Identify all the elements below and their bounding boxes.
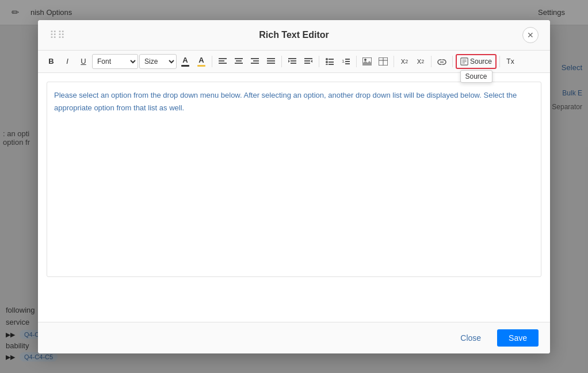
bold-button[interactable]: B (44, 54, 59, 69)
source-label: Source (470, 57, 492, 66)
link-icon (437, 58, 446, 65)
editor-toolbar: B I U Font Size A (38, 51, 550, 73)
source-tooltip: Source (460, 70, 492, 83)
toolbar-divider-3 (319, 56, 319, 67)
svg-rect-2 (219, 63, 227, 64)
clear-format-button[interactable]: Tx (503, 54, 518, 69)
svg-rect-10 (267, 60, 275, 61)
toolbar-divider-4 (356, 56, 357, 67)
modal-title: Rich Text Editor (66, 30, 522, 40)
font-color-button[interactable]: A (178, 54, 193, 69)
size-select[interactable]: Size (139, 54, 177, 69)
editor-content[interactable]: Please select an option from the drop do… (47, 82, 541, 277)
indent-increase-button[interactable] (285, 54, 300, 69)
align-justify-button[interactable] (264, 54, 278, 69)
align-left-button[interactable] (215, 54, 230, 69)
toolbar-divider-5 (394, 56, 394, 67)
svg-rect-3 (235, 58, 243, 59)
modal-close-button[interactable]: ✕ (522, 27, 539, 43)
font-select[interactable]: Font (92, 54, 138, 69)
svg-rect-16 (304, 58, 312, 59)
highlight-color-button[interactable]: A (194, 54, 209, 69)
svg-point-24 (326, 64, 328, 65)
svg-text:1.: 1. (342, 59, 346, 64)
align-right-button[interactable] (247, 54, 262, 69)
close-button[interactable]: Close (450, 329, 491, 347)
insert-link-button[interactable] (434, 54, 449, 69)
drag-handle-icon[interactable]: ⠿⠿ (49, 29, 66, 41)
source-button[interactable]: Source (456, 54, 497, 69)
svg-rect-25 (329, 64, 334, 65)
svg-rect-1 (219, 60, 224, 61)
svg-rect-17 (304, 60, 310, 61)
toolbar-divider-8 (499, 56, 500, 67)
svg-rect-6 (251, 58, 259, 59)
modal-header: ⠿⠿ Rich Text Editor ✕ (38, 20, 550, 51)
save-button[interactable]: Save (497, 329, 539, 347)
svg-rect-21 (329, 59, 334, 60)
toolbar-divider-7 (452, 56, 453, 67)
svg-marker-32 (362, 61, 372, 66)
svg-marker-15 (288, 60, 290, 63)
italic-button[interactable]: I (60, 54, 75, 69)
align-right-icon (251, 58, 259, 65)
svg-rect-4 (236, 60, 242, 61)
toolbar-divider-1 (212, 56, 212, 67)
insert-image-icon (362, 57, 372, 66)
superscript-button[interactable]: X2 (413, 54, 428, 69)
highlight-color-bar (197, 65, 205, 67)
unordered-list-button[interactable] (322, 54, 337, 69)
ordered-list-button[interactable]: 1. (338, 54, 353, 69)
svg-rect-0 (219, 58, 227, 59)
align-left-icon (219, 58, 227, 65)
insert-table-button[interactable] (376, 54, 391, 69)
svg-rect-8 (251, 63, 259, 64)
svg-rect-11 (267, 63, 275, 64)
modal-backdrop: ⠿⠿ Rich Text Editor ✕ B I U Font (0, 0, 588, 373)
font-color-bar (181, 65, 189, 67)
svg-rect-13 (291, 60, 296, 61)
align-center-icon (235, 58, 243, 65)
indent-decrease-icon (304, 58, 312, 65)
svg-rect-18 (304, 63, 310, 64)
ordered-list-icon: 1. (342, 58, 350, 65)
source-button-container: Source Source (456, 54, 497, 69)
subscript-button[interactable]: X2 (397, 54, 412, 69)
toolbar-divider-2 (281, 56, 282, 67)
editor-text[interactable]: Please select an option from the drop do… (54, 89, 534, 114)
svg-point-22 (326, 61, 328, 63)
rich-text-editor-modal: ⠿⠿ Rich Text Editor ✕ B I U Font (38, 20, 550, 353)
svg-rect-9 (267, 58, 275, 59)
svg-marker-19 (311, 60, 312, 63)
underline-button[interactable]: U (76, 54, 91, 69)
svg-point-31 (364, 59, 366, 61)
svg-rect-14 (291, 63, 296, 64)
svg-rect-12 (288, 58, 296, 59)
source-icon (460, 57, 468, 66)
indent-decrease-button[interactable] (301, 54, 316, 69)
svg-rect-23 (329, 61, 334, 63)
svg-point-20 (326, 58, 328, 60)
insert-table-icon (379, 57, 388, 66)
svg-rect-5 (235, 63, 243, 64)
unordered-list-icon (326, 58, 334, 65)
toolbar-divider-6 (431, 56, 432, 67)
svg-rect-27 (345, 59, 350, 60)
indent-increase-icon (288, 58, 296, 65)
svg-rect-28 (345, 61, 350, 62)
align-justify-icon (267, 58, 275, 65)
modal-footer: Close Save (38, 322, 550, 353)
svg-rect-29 (345, 63, 350, 64)
align-center-button[interactable] (231, 54, 246, 69)
insert-image-button[interactable] (360, 54, 375, 69)
svg-rect-7 (253, 60, 259, 61)
close-icon: ✕ (527, 30, 534, 40)
editor-area[interactable]: Please select an option from the drop do… (38, 73, 550, 322)
